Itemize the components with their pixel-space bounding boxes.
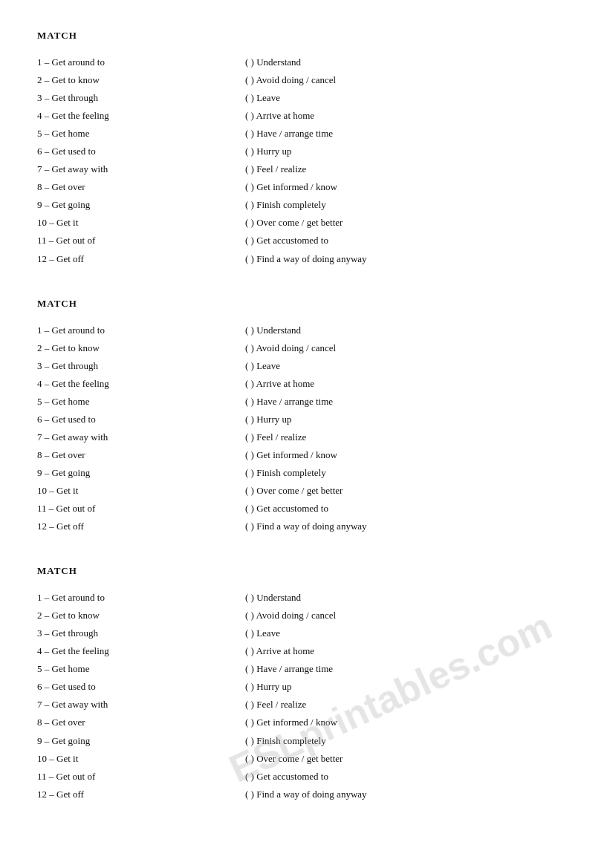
left-item-3-7: 7 – Get away with: [37, 696, 201, 714]
left-item-3-2: 2 – Get to know: [37, 607, 201, 624]
left-item-1-12: 12 – Get off: [37, 250, 201, 268]
right-item-3-3: ( ) Leave: [245, 624, 573, 642]
right-item-3-12: ( ) Find a way of doing anyway: [245, 786, 573, 803]
left-col-3: 1 – Get around to2 – Get to know3 – Get …: [37, 589, 201, 803]
right-item-3-6: ( ) Hurry up: [245, 678, 573, 696]
right-item-1-4: ( ) Arrive at home: [245, 107, 573, 125]
right-col-2: ( ) Understand( ) Avoid doing / cancel( …: [245, 322, 573, 536]
right-item-1-10: ( ) Over come / get better: [245, 214, 573, 232]
match-container-2: 1 – Get around to2 – Get to know3 – Get …: [37, 322, 573, 536]
left-item-2-1: 1 – Get around to: [37, 322, 201, 339]
left-item-3-6: 6 – Get used to: [37, 678, 201, 696]
section-2: MATCH1 – Get around to2 – Get to know3 –…: [37, 298, 573, 536]
right-item-2-4: ( ) Arrive at home: [245, 375, 573, 393]
left-item-1-10: 10 – Get it: [37, 214, 201, 232]
right-item-1-5: ( ) Have / arrange time: [245, 125, 573, 143]
right-item-2-12: ( ) Find a way of doing anyway: [245, 518, 573, 535]
right-item-2-10: ( ) Over come / get better: [245, 482, 573, 500]
right-item-3-5: ( ) Have / arrange time: [245, 660, 573, 678]
right-item-2-3: ( ) Leave: [245, 357, 573, 375]
right-item-3-9: ( ) Finish completely: [245, 732, 573, 750]
left-item-1-8: 8 – Get over: [37, 178, 201, 196]
left-item-3-3: 3 – Get through: [37, 624, 201, 642]
right-item-1-12: ( ) Find a way of doing anyway: [245, 250, 573, 268]
section-title-2: MATCH: [37, 298, 573, 310]
right-item-3-1: ( ) Understand: [245, 589, 573, 607]
left-item-2-8: 8 – Get over: [37, 446, 201, 464]
left-item-3-12: 12 – Get off: [37, 786, 201, 803]
right-item-1-2: ( ) Avoid doing / cancel: [245, 71, 573, 89]
left-item-1-3: 3 – Get through: [37, 89, 201, 107]
right-item-2-6: ( ) Hurry up: [245, 411, 573, 428]
right-item-2-2: ( ) Avoid doing / cancel: [245, 339, 573, 357]
right-item-2-11: ( ) Get accustomed to: [245, 500, 573, 518]
left-item-2-5: 5 – Get home: [37, 393, 201, 411]
left-col-2: 1 – Get around to2 – Get to know3 – Get …: [37, 322, 201, 536]
right-item-1-6: ( ) Hurry up: [245, 143, 573, 160]
right-item-3-8: ( ) Get informed / know: [245, 714, 573, 731]
left-item-2-9: 9 – Get going: [37, 464, 201, 482]
right-item-2-9: ( ) Finish completely: [245, 464, 573, 482]
right-item-1-8: ( ) Get informed / know: [245, 178, 573, 196]
left-item-1-4: 4 – Get the feeling: [37, 107, 201, 125]
left-item-3-10: 10 – Get it: [37, 750, 201, 768]
right-item-1-11: ( ) Get accustomed to: [245, 232, 573, 249]
left-item-1-7: 7 – Get away with: [37, 160, 201, 178]
left-item-2-11: 11 – Get out of: [37, 500, 201, 518]
right-item-3-4: ( ) Arrive at home: [245, 642, 573, 660]
left-item-2-4: 4 – Get the feeling: [37, 375, 201, 393]
right-item-2-8: ( ) Get informed / know: [245, 446, 573, 464]
left-item-3-5: 5 – Get home: [37, 660, 201, 678]
left-item-1-1: 1 – Get around to: [37, 53, 201, 71]
right-item-1-9: ( ) Finish completely: [245, 196, 573, 214]
left-col-1: 1 – Get around to2 – Get to know3 – Get …: [37, 53, 201, 268]
section-3: MATCH1 – Get around to2 – Get to know3 –…: [37, 565, 573, 803]
right-item-2-1: ( ) Understand: [245, 322, 573, 339]
left-item-3-4: 4 – Get the feeling: [37, 642, 201, 660]
left-item-1-11: 11 – Get out of: [37, 232, 201, 249]
right-item-3-7: ( ) Feel / realize: [245, 696, 573, 714]
left-item-3-8: 8 – Get over: [37, 714, 201, 731]
left-item-2-10: 10 – Get it: [37, 482, 201, 500]
section-title-1: MATCH: [37, 30, 573, 42]
right-item-3-10: ( ) Over come / get better: [245, 750, 573, 768]
left-item-1-2: 2 – Get to know: [37, 71, 201, 89]
right-item-3-2: ( ) Avoid doing / cancel: [245, 607, 573, 624]
match-container-3: 1 – Get around to2 – Get to know3 – Get …: [37, 589, 573, 803]
left-item-1-9: 9 – Get going: [37, 196, 201, 214]
section-title-3: MATCH: [37, 565, 573, 577]
left-item-1-5: 5 – Get home: [37, 125, 201, 143]
match-container-1: 1 – Get around to2 – Get to know3 – Get …: [37, 53, 573, 268]
left-item-3-11: 11 – Get out of: [37, 768, 201, 786]
right-item-2-5: ( ) Have / arrange time: [245, 393, 573, 411]
right-item-1-1: ( ) Understand: [245, 53, 573, 71]
left-item-2-2: 2 – Get to know: [37, 339, 201, 357]
right-col-3: ( ) Understand( ) Avoid doing / cancel( …: [245, 589, 573, 803]
right-item-3-11: ( ) Get accustomed to: [245, 768, 573, 786]
right-item-2-7: ( ) Feel / realize: [245, 428, 573, 446]
right-col-1: ( ) Understand( ) Avoid doing / cancel( …: [245, 53, 573, 268]
left-item-1-6: 6 – Get used to: [37, 143, 201, 160]
left-item-2-7: 7 – Get away with: [37, 428, 201, 446]
right-item-1-7: ( ) Feel / realize: [245, 160, 573, 178]
right-item-1-3: ( ) Leave: [245, 89, 573, 107]
left-item-3-9: 9 – Get going: [37, 732, 201, 750]
left-item-2-3: 3 – Get through: [37, 357, 201, 375]
left-item-3-1: 1 – Get around to: [37, 589, 201, 607]
section-1: MATCH1 – Get around to2 – Get to know3 –…: [37, 30, 573, 268]
left-item-2-6: 6 – Get used to: [37, 411, 201, 428]
page: ESLprintables.com MATCH1 – Get around to…: [37, 30, 573, 803]
left-item-2-12: 12 – Get off: [37, 518, 201, 535]
